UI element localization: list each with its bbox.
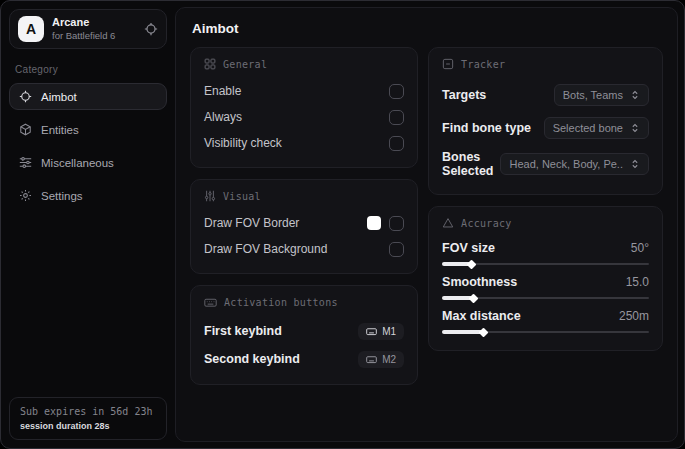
app-subtitle: for Battlefield 6 [52, 30, 136, 42]
always-checkbox[interactable] [389, 110, 404, 125]
first-keybind-button[interactable]: M1 [358, 323, 404, 340]
general-card-title: General [223, 59, 267, 70]
enable-checkbox[interactable] [389, 84, 404, 99]
app-meta: Arcane for Battlefield 6 [52, 16, 136, 42]
second-keybind-button[interactable]: M2 [358, 351, 404, 368]
grid-icon [204, 58, 216, 70]
sidebar-item-aimbot[interactable]: Aimbot [9, 83, 167, 110]
tracker-card: Tracker Targets Bots, Teams Find bone ty… [428, 47, 663, 195]
smoothness-slider-group: Smoothness 15.0 [442, 271, 649, 305]
slider-labels: Smoothness 15.0 [442, 275, 649, 289]
crosshair-icon [19, 90, 32, 103]
category-label: Category [15, 64, 161, 75]
slider-thumb[interactable] [467, 259, 477, 269]
content-columns: General Enable Always Visibility check [176, 47, 677, 396]
slider-thumb[interactable] [469, 293, 479, 303]
setting-row: Draw FOV Background [204, 236, 404, 262]
bones-selected-dropdown[interactable]: Head, Neck, Body, Pe.. [500, 153, 649, 175]
setting-row: Always [204, 104, 404, 130]
dropdown-row: Find bone type Selected bone [442, 111, 649, 144]
bones-selected-label: Bones Selected [442, 150, 500, 178]
first-keybind-label: First keybind [204, 324, 282, 338]
visual-card: Visual Draw FOV Border Draw FOV Backgrou… [190, 179, 418, 274]
app-name: Arcane [52, 16, 136, 30]
activation-buttons-card: Activation buttons First keybind M1 Seco… [190, 285, 418, 385]
dropdown-row: Targets Bots, Teams [442, 78, 649, 111]
sidebar-item-settings[interactable]: Settings [9, 182, 167, 209]
crosshair-config-icon[interactable] [144, 22, 158, 36]
sidebar-item-label: Aimbot [41, 91, 77, 103]
keyboard-icon [366, 354, 377, 365]
slider-labels: FOV size 50° [442, 241, 649, 255]
targets-value: Bots, Teams [563, 89, 623, 101]
draw-fov-background-checkbox[interactable] [389, 242, 404, 257]
sidebar-item-entities[interactable]: Entities [9, 116, 167, 143]
draw-fov-background-label: Draw FOV Background [204, 242, 327, 256]
smoothness-value: 15.0 [626, 275, 649, 289]
accuracy-card-title: Accuracy [461, 218, 512, 229]
sliders-icon [19, 156, 32, 169]
bones-selected-value: Head, Neck, Body, Pe.. [509, 158, 623, 170]
max-distance-slider[interactable] [442, 331, 649, 333]
keyboard-icon [366, 326, 377, 337]
app-logo-letter: A [26, 21, 36, 37]
keyboard-icon [204, 296, 217, 309]
app-window: A Arcane for Battlefield 6 Category Aimb… [0, 0, 685, 449]
smoothness-label: Smoothness [442, 275, 517, 289]
draw-fov-border-checkbox[interactable] [389, 216, 404, 231]
app-header: A Arcane for Battlefield 6 [9, 9, 167, 49]
sidebar-item-label: Miscellaneous [41, 157, 114, 169]
visibility-check-label: Visibility check [204, 136, 282, 150]
app-logo: A [18, 16, 44, 42]
sidebar: A Arcane for Battlefield 6 Category Aimb… [1, 1, 175, 448]
fov-border-color-swatch[interactable] [367, 216, 381, 230]
page-title: Aimbot [176, 8, 677, 47]
general-card: General Enable Always Visibility check [190, 47, 418, 168]
setting-row: Visibility check [204, 130, 404, 156]
draw-fov-border-label: Draw FOV Border [204, 216, 299, 230]
accuracy-card: Accuracy FOV size 50° Smoothness [428, 206, 663, 351]
unfold-icon [630, 123, 640, 133]
left-column: General Enable Always Visibility check [190, 47, 418, 396]
setting-row: Draw FOV Border [204, 210, 404, 236]
cube-icon [19, 123, 32, 136]
tracker-card-title: Tracker [461, 59, 505, 70]
sub-expires-text: Sub expires in 56d 23h [20, 406, 156, 417]
box-minus-icon [442, 58, 454, 70]
dropdown-row: Bones Selected Head, Neck, Body, Pe.. [442, 144, 649, 183]
second-keybind-value: M2 [382, 354, 396, 365]
fov-size-slider[interactable] [442, 263, 649, 265]
max-distance-value: 250m [619, 309, 649, 323]
max-distance-label: Max distance [442, 309, 521, 323]
unfold-icon [630, 90, 640, 100]
max-distance-slider-group: Max distance 250m [442, 305, 649, 339]
find-bone-type-label: Find bone type [442, 121, 531, 135]
targets-label: Targets [442, 88, 486, 102]
visual-card-header: Visual [204, 190, 404, 202]
always-label: Always [204, 110, 242, 124]
triangle-icon [442, 217, 454, 229]
general-card-header: General [204, 58, 404, 70]
right-column: Tracker Targets Bots, Teams Find bone ty… [428, 47, 663, 362]
vertical-sliders-icon [204, 190, 216, 202]
main-panel: Aimbot General Enable Al [175, 7, 678, 442]
targets-dropdown[interactable]: Bots, Teams [554, 84, 649, 106]
visibility-check-checkbox[interactable] [389, 136, 404, 151]
slider-thumb[interactable] [479, 327, 489, 337]
smoothness-slider[interactable] [442, 297, 649, 299]
sidebar-item-miscellaneous[interactable]: Miscellaneous [9, 149, 167, 176]
activation-card-title: Activation buttons [224, 297, 338, 308]
sidebar-item-label: Settings [41, 190, 83, 202]
fov-size-value: 50° [631, 241, 649, 255]
find-bone-type-value: Selected bone [553, 122, 623, 134]
find-bone-type-dropdown[interactable]: Selected bone [544, 117, 649, 139]
second-keybind-label: Second keybind [204, 352, 300, 366]
enable-label: Enable [204, 84, 241, 98]
subscription-info: Sub expires in 56d 23h session duration … [9, 397, 167, 440]
unfold-icon [630, 159, 640, 169]
keybind-row: Second keybind M2 [204, 345, 404, 373]
activation-card-header: Activation buttons [204, 296, 404, 309]
session-duration-text: session duration 28s [20, 421, 156, 431]
gear-icon [19, 189, 32, 202]
sidebar-item-label: Entities [41, 124, 79, 136]
